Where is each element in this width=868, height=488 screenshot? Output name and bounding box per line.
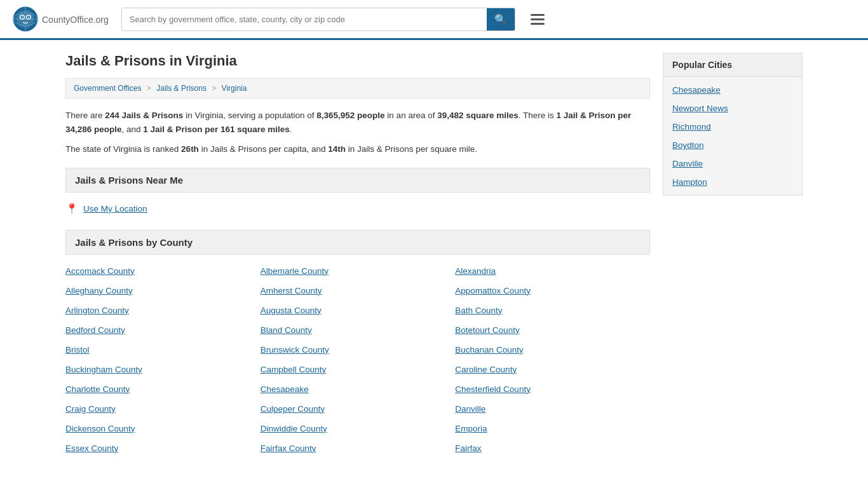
info-paragraph: There are 244 Jails & Prisons in Virgini… bbox=[65, 109, 650, 136]
county-link[interactable]: Caroline County bbox=[455, 360, 650, 379]
rank-sqmi-bold: 14th bbox=[328, 144, 346, 154]
county-link[interactable]: Fairfax County bbox=[261, 438, 456, 458]
county-link[interactable]: Dickenson County bbox=[65, 419, 261, 438]
search-input[interactable] bbox=[122, 10, 487, 29]
search-bar: 🔍 bbox=[121, 8, 515, 31]
hamburger-line bbox=[531, 23, 545, 25]
sidebar: Popular Cities ChesapeakeNewport NewsRic… bbox=[663, 53, 803, 458]
site-header: CountyOffice.org 🔍 bbox=[0, 0, 868, 40]
county-link[interactable]: Campbell County bbox=[261, 360, 456, 379]
county-link[interactable]: Danville bbox=[455, 399, 650, 419]
county-link[interactable]: Albemarle County bbox=[261, 261, 456, 281]
count-bold: 244 Jails & Prisons bbox=[105, 111, 183, 120]
search-button[interactable]: 🔍 bbox=[487, 8, 515, 30]
rank-paragraph: The state of Virginia is ranked 26th in … bbox=[65, 142, 650, 156]
logo-icon bbox=[13, 6, 38, 32]
sidebar-city-link[interactable]: Richmond bbox=[663, 118, 802, 136]
sidebar-city-link[interactable]: Boydton bbox=[663, 136, 802, 154]
county-link[interactable]: Craig County bbox=[65, 399, 261, 419]
county-link[interactable]: Bland County bbox=[261, 320, 456, 340]
county-link[interactable]: Accomack County bbox=[65, 261, 261, 281]
area-bold: 39,482 square miles bbox=[437, 111, 519, 120]
county-link[interactable]: Emporia bbox=[455, 419, 650, 438]
sidebar-city-link[interactable]: Newport News bbox=[663, 99, 802, 118]
svg-point-9 bbox=[22, 17, 23, 18]
county-link[interactable]: Buckingham County bbox=[65, 360, 261, 379]
location-area: 📍 Use My Location bbox=[65, 199, 650, 219]
county-link[interactable]: Fairfax bbox=[455, 438, 650, 458]
hamburger-line bbox=[531, 14, 545, 16]
county-link[interactable]: Botetourt County bbox=[455, 320, 650, 340]
main-container: Jails & Prisons in Virginia Government O… bbox=[53, 40, 815, 471]
county-link[interactable]: Culpeper County bbox=[261, 399, 456, 419]
breadcrumb-sep: > bbox=[212, 84, 216, 93]
breadcrumb: Government Offices > Jails & Prisons > V… bbox=[65, 78, 650, 98]
county-link[interactable]: Bedford County bbox=[65, 320, 261, 340]
menu-button[interactable] bbox=[528, 11, 547, 27]
sidebar-city-link[interactable]: Chesapeake bbox=[663, 81, 802, 99]
county-link[interactable]: Appomattox County bbox=[455, 281, 650, 301]
county-link[interactable]: Charlotte County bbox=[65, 379, 261, 399]
county-link[interactable]: Essex County bbox=[65, 438, 261, 458]
search-icon: 🔍 bbox=[494, 14, 507, 25]
location-icon: 📍 bbox=[65, 203, 78, 215]
logo-link[interactable]: CountyOffice.org bbox=[13, 6, 109, 32]
content-area: Jails & Prisons in Virginia Government O… bbox=[65, 53, 650, 458]
sidebar-links: ChesapeakeNewport NewsRichmondBoydtonDan… bbox=[663, 77, 802, 195]
breadcrumb-sep: > bbox=[147, 84, 151, 93]
breadcrumb-gov-offices[interactable]: Government Offices bbox=[74, 84, 142, 93]
county-grid: Accomack CountyAlbemarle CountyAlexandri… bbox=[65, 261, 650, 458]
rank-capita-bold: 26th bbox=[181, 144, 199, 154]
county-link[interactable]: Buchanan County bbox=[455, 340, 650, 360]
county-link[interactable]: Augusta County bbox=[261, 301, 456, 320]
population-bold: 8,365,952 people bbox=[316, 111, 384, 120]
county-link[interactable]: Alexandria bbox=[455, 261, 650, 281]
by-county-header: Jails & Prisons by County bbox=[65, 230, 650, 255]
use-my-location-link[interactable]: Use My Location bbox=[83, 204, 147, 214]
county-link[interactable]: Chesapeake bbox=[261, 379, 456, 399]
near-me-header: Jails & Prisons Near Me bbox=[65, 168, 650, 193]
county-link[interactable]: Dinwiddie County bbox=[261, 419, 456, 438]
county-link[interactable]: Arlington County bbox=[65, 301, 261, 320]
county-link[interactable]: Amherst County bbox=[261, 281, 456, 301]
svg-point-10 bbox=[28, 17, 29, 18]
sidebar-city-link[interactable]: Hampton bbox=[663, 173, 802, 191]
breadcrumb-virginia[interactable]: Virginia bbox=[222, 84, 247, 93]
popular-cities-box: Popular Cities ChesapeakeNewport NewsRic… bbox=[663, 53, 803, 196]
sidebar-city-link[interactable]: Danville bbox=[663, 154, 802, 173]
county-link[interactable]: Brunswick County bbox=[261, 340, 456, 360]
breadcrumb-jails[interactable]: Jails & Prisons bbox=[156, 84, 207, 93]
county-link[interactable]: Alleghany County bbox=[65, 281, 261, 301]
popular-cities-title: Popular Cities bbox=[663, 53, 802, 77]
page-title: Jails & Prisons in Virginia bbox=[65, 53, 650, 69]
county-link[interactable]: Bristol bbox=[65, 340, 261, 360]
per-sqmi-bold: 1 Jail & Prison per 161 square miles bbox=[143, 125, 289, 134]
county-link[interactable]: Bath County bbox=[455, 301, 650, 320]
hamburger-line bbox=[531, 18, 545, 20]
county-link[interactable]: Chesterfield County bbox=[455, 379, 650, 399]
logo-text: CountyOffice.org bbox=[42, 13, 109, 26]
